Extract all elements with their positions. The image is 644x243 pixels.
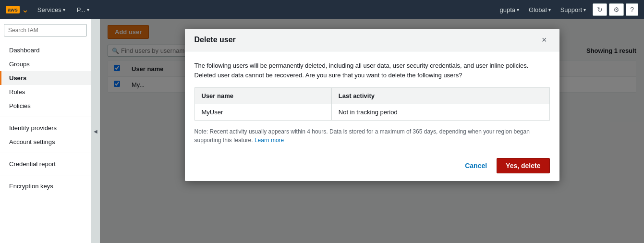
modal-users-table: User name Last activity MyUser Not in tr… (194, 87, 550, 121)
top-navigation: aws ⌄ Services ▾ P... ▾ gupta ▾ Global ▾… (0, 0, 644, 19)
search-input[interactable] (4, 24, 87, 36)
main-content: Add user 🔍 Showing 1 result User name Gr… (100, 19, 644, 243)
region-chevron-icon: ▾ (548, 7, 551, 12)
modal-close-button[interactable]: × (539, 35, 550, 45)
yes-delete-button[interactable]: Yes, delete (497, 158, 549, 173)
aws-smile-icon: ⌄ (22, 5, 29, 14)
resource-groups-chevron-icon: ▾ (87, 7, 89, 12)
sidebar-item-account-settings[interactable]: Account settings (0, 135, 91, 149)
sidebar-item-credential-report[interactable]: Credential report (0, 157, 91, 171)
sidebar-nav: Dashboard Groups Users Roles Policies Id… (0, 41, 91, 195)
aws-logo-text: aws (6, 6, 20, 13)
nav-region[interactable]: Global ▾ (526, 4, 554, 15)
sidebar-item-groups[interactable]: Groups (0, 57, 91, 71)
modal-overlay: Delete user × The following users will b… (100, 19, 644, 243)
nav-toolbar-icons: ↻ ⚙ ? (593, 3, 638, 16)
aws-logo[interactable]: aws ⌄ (6, 5, 29, 14)
modal-note-text: Note: Recent activity usually appears wi… (194, 127, 550, 145)
modal-footer: Cancel Yes, delete (185, 152, 559, 181)
modal-table-row: MyUser Not in tracking period (194, 104, 549, 121)
support-chevron-icon: ▾ (583, 7, 586, 12)
sidebar-item-identity-providers[interactable]: Identity providers (0, 121, 91, 135)
help-button[interactable]: ? (626, 3, 638, 16)
sidebar-item-roles[interactable]: Roles (0, 85, 91, 99)
delete-user-modal: Delete user × The following users will b… (185, 29, 559, 181)
modal-table-header-row: User name Last activity (194, 88, 549, 104)
sidebar-toggle[interactable]: ◀ (91, 19, 100, 243)
sidebar-item-users[interactable]: Users (0, 71, 91, 85)
learn-more-link[interactable]: Learn more (255, 137, 284, 144)
modal-body: The following users will be permanently … (185, 51, 559, 152)
sidebar-divider-3 (0, 175, 91, 175)
sidebar-toggle-icon: ◀ (94, 129, 97, 134)
nav-user[interactable]: gupta ▾ (497, 4, 522, 15)
modal-table-header-last-activity: Last activity (331, 88, 549, 104)
sidebar-search-area (0, 19, 91, 41)
modal-row-last-activity: Not in tracking period (331, 104, 549, 121)
modal-header: Delete user × (185, 29, 559, 51)
nav-services[interactable]: Services ▾ (35, 4, 68, 15)
refresh-button[interactable]: ↻ (593, 3, 607, 16)
modal-warning-text: The following users will be permanently … (194, 61, 550, 80)
modal-title: Delete user (194, 36, 236, 44)
sidebar-divider-1 (0, 117, 91, 117)
nav-resource-groups[interactable]: P... ▾ (74, 4, 92, 15)
modal-row-username: MyUser (194, 104, 331, 121)
sidebar-divider-2 (0, 153, 91, 153)
user-chevron-icon: ▾ (517, 7, 519, 12)
sidebar-item-dashboard[interactable]: Dashboard (0, 43, 91, 57)
modal-table-header-username: User name (194, 88, 331, 104)
sidebar-item-policies[interactable]: Policies (0, 99, 91, 113)
services-chevron-icon: ▾ (63, 7, 65, 12)
cancel-button[interactable]: Cancel (460, 158, 492, 173)
sidebar-item-encryption-keys[interactable]: Encryption keys (0, 179, 91, 193)
sidebar: Dashboard Groups Users Roles Policies Id… (0, 19, 91, 243)
settings-button[interactable]: ⚙ (609, 3, 624, 16)
nav-support[interactable]: Support ▾ (558, 4, 589, 15)
